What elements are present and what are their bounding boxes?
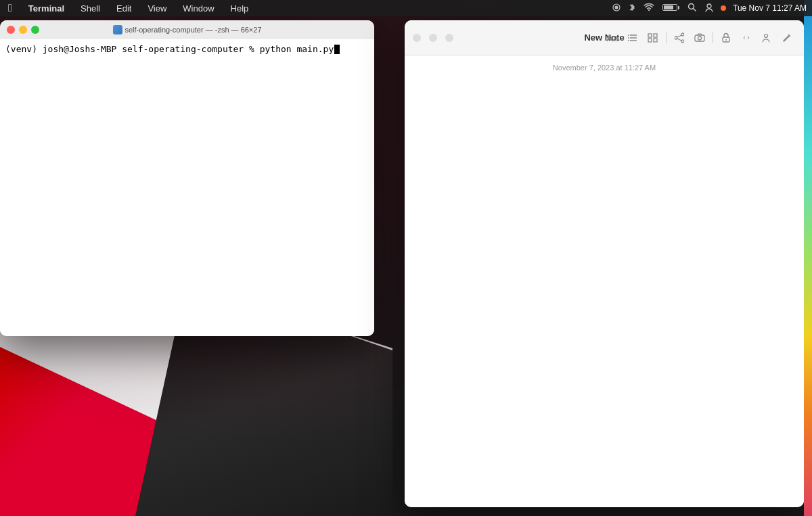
terminal-prompt: (venv) josh@Joshs-MBP self-operating-com… [5,43,334,55]
wifi-icon[interactable] [642,3,656,14]
user-portrait-icon[interactable] [703,3,715,14]
menubar-shell[interactable]: Shell [78,3,103,14]
svg-line-18 [677,35,681,37]
toolbar-divider1 [666,32,667,43]
notification-dot [721,5,726,11]
window-maximize-button[interactable] [31,26,39,34]
desktop:  Terminal Shell Edit View Window Help [0,0,812,516]
notes-minimize-button[interactable] [429,34,437,42]
terminal-title: self-operating-computer — -zsh — 66×27 [112,25,261,34]
notes-close-button[interactable] [413,34,421,42]
toolbar-divider2 [713,32,713,43]
notes-list-btn[interactable] [624,30,641,45]
notes-grid-btn[interactable] [644,30,662,45]
svg-point-15 [681,33,684,36]
terminal-content[interactable]: (venv) josh@Joshs-MBP self-operating-com… [0,39,374,336]
svg-point-10 [628,40,629,41]
notes-chevron-btn[interactable]: ‹ › [738,30,755,45]
svg-line-19 [677,39,681,41]
notes-toolbar: Aa ‹ › [604,30,796,45]
terminal-title-icon [112,25,122,34]
svg-point-4 [707,4,711,8]
record-icon[interactable] [611,3,622,14]
menubar-clock: Tue Nov 7 11:27 AM [733,3,807,13]
notes-people-btn[interactable] [758,30,775,45]
menubar-window[interactable]: Window [180,3,217,14]
notes-camera-btn[interactable] [691,30,708,45]
svg-rect-11 [648,34,652,37]
terminal-command-line: (venv) josh@Joshs-MBP self-operating-com… [5,43,369,55]
battery-icon[interactable] [661,3,681,13]
notes-titlebar: New Note Aa [405,20,804,55]
svg-rect-13 [648,39,652,42]
notes-compose-btn[interactable] [778,30,796,45]
svg-point-23 [725,39,727,41]
svg-point-9 [628,37,629,39]
svg-point-17 [675,37,677,39]
apple-menu[interactable]:  [5,2,15,14]
svg-point-16 [681,40,684,43]
svg-point-8 [628,34,629,36]
notes-date: November 7, 2023 at 11:27 AM [405,55,804,80]
window-close-button[interactable] [7,26,15,34]
terminal-window: self-operating-computer — -zsh — 66×27 (… [0,20,374,336]
notes-font-btn[interactable]: Aa [604,30,621,45]
svg-point-1 [615,5,618,9]
notes-window: New Note Aa [405,20,804,507]
menubar:  Terminal Shell Edit View Window Help [0,0,812,16]
menubar-right: Tue Nov 7 11:27 AM [611,3,807,14]
svg-rect-20 [695,35,704,41]
svg-rect-12 [654,34,657,37]
svg-line-3 [694,9,696,11]
notes-share-btn[interactable] [671,30,688,45]
spotlight-icon[interactable] [686,3,698,14]
notes-content[interactable]: November 7, 2023 at 11:27 AM [405,55,804,507]
menubar-help[interactable]: Help [228,3,252,14]
notes-maximize-button[interactable] [445,34,453,42]
right-strip [804,0,812,516]
menubar-edit[interactable]: Edit [114,3,134,14]
bluetooth-icon[interactable] [627,3,637,14]
svg-point-24 [765,34,768,37]
menubar-left:  Terminal Shell Edit View Window Help [5,2,251,14]
menubar-app-name[interactable]: Terminal [26,3,67,14]
terminal-cursor [334,45,340,54]
svg-rect-14 [654,39,657,42]
notes-lock-btn[interactable] [717,30,735,45]
svg-point-21 [698,37,702,40]
terminal-titlebar: self-operating-computer — -zsh — 66×27 [0,20,374,39]
window-minimize-button[interactable] [19,26,27,34]
menubar-view[interactable]: View [145,3,169,14]
terminal-title-text: self-operating-computer — -zsh — 66×27 [125,26,261,34]
